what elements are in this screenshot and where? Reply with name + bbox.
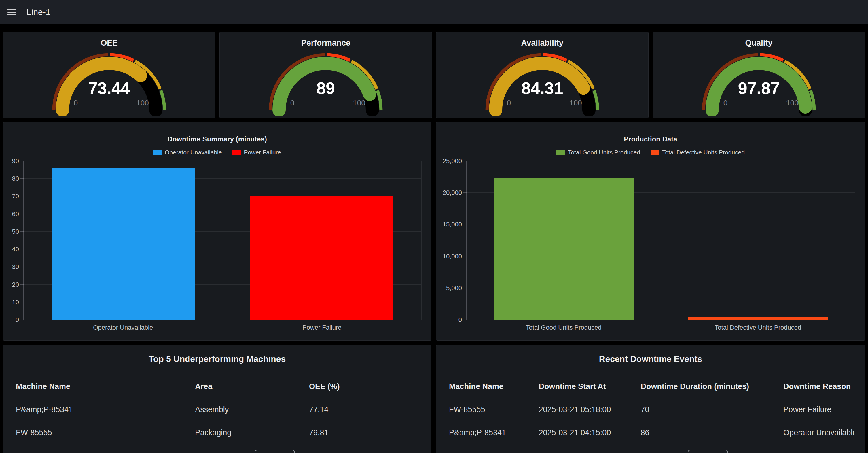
table-cell: 2025-03-21 05:18:00 [536,405,639,414]
column-header-downtime-duration-minutes[interactable]: Downtime Duration (minutes) [639,382,781,391]
y-tick-mark [20,302,24,302]
legend-item-operator-unavailable[interactable]: Operator Unavailable [153,149,222,156]
y-tick-label: 15,000 [443,221,462,228]
table-cell: 86 [639,428,781,437]
chart-title: Production Data [436,135,865,143]
panel-production-data: Production Data Total Good Units Produce… [436,122,865,341]
table-cell: P&amp;P-85341 [447,428,536,437]
bar-power-failure [250,196,393,320]
legend-swatch [232,150,241,155]
gauge: 84.31 0 100 [482,48,603,116]
legend-swatch [153,150,162,155]
gauge-value: 73.44 [88,79,130,98]
hamburger-menu-icon[interactable] [7,9,16,15]
bar-total-defective-units-produced [688,317,828,320]
sort-arrow-up-icon: ↑ [854,382,855,391]
column-header-downtime-start-at[interactable]: Downtime Start At [536,382,639,391]
y-tick-label: 30 [12,263,19,271]
panel-gauge-oee: OEE 73.44 0 100 [3,32,215,118]
table-row: P&amp;P-85341Assembly77.14 [13,398,421,421]
table-row: FW-85555Packaging79.81 [13,421,421,444]
gauge-title: Quality [653,38,865,48]
panel-gauge-quality: Quality 97.87 0 100 [653,32,865,118]
table-cell: 77.14 [307,405,421,414]
gauge-min-label: 0 [723,98,727,108]
table-cell: P&amp;P-85341 [13,405,193,414]
y-tick-label: 25,000 [443,157,462,165]
category-separator-gridline [223,161,223,325]
table-cell: FW-85555 [447,405,536,414]
table-row: P&amp;P-853412025-03-21 04:15:0086Operat… [447,421,855,444]
y-tick-mark [463,161,467,161]
legend-label: Total Good Units Produced [568,149,640,156]
table-cell: Assembly [193,405,307,414]
table: Machine NameAreaOEE (%)P&amp;P-85341Asse… [13,375,421,444]
y-tick-label: 40 [12,245,19,253]
y-tick-mark [463,224,467,224]
legend-swatch [556,150,565,155]
chart-plot-area: 05,00010,00015,00020,00025,000Total Good… [466,161,855,320]
panel-top5-underperforming-machines: Top 5 Underperforming Machines Machine N… [3,345,431,453]
table-cell: FW-85555 [13,428,193,437]
table-title: Recent Downtime Events [436,354,865,364]
column-header-oee[interactable]: OEE (%) [307,382,421,391]
y-tick-label: 5,000 [446,284,462,292]
gauge-title: Availability [436,38,648,48]
gauge-value: 84.31 [521,79,563,98]
panel-gauge-availability: Availability 84.31 0 100 [436,32,649,118]
y-tick-mark [20,320,24,320]
category-separator-gridline [661,161,661,325]
x-axis-label-power-failure: Power Failure [223,324,422,331]
gauge-min-label: 0 [290,98,294,108]
gauge-min-label: 0 [507,98,511,108]
column-header-downtime-reason[interactable]: Downtime Reason↑ [781,382,855,391]
gauge-value: 89 [316,79,335,98]
y-tick-label: 10,000 [443,253,462,260]
y-tick-mark [20,267,24,267]
chart-legend: Total Good Units ProducedTotal Defective… [436,149,865,156]
pagination-button[interactable] [255,450,295,453]
column-header-machine-name[interactable]: Machine Name [447,382,536,391]
chart-plot-area: 0102030405060708090Operator UnavailableP… [23,161,421,320]
y-tick-label: 80 [12,175,19,182]
legend-item-total-defective-units-produced[interactable]: Total Defective Units Produced [651,149,745,156]
gauge-max-label: 100 [786,98,798,108]
chart-title: Downtime Summary (minutes) [3,135,431,143]
table-cell: 2025-03-21 04:15:00 [536,428,639,437]
table-header-row: Machine NameDowntime Start AtDowntime Du… [447,375,855,398]
right-edge-gridline [421,161,422,320]
y-tick-mark [20,214,24,214]
table-cell: Packaging [193,428,307,437]
table-cell: 79.81 [307,428,421,437]
gauge-max-label: 100 [569,98,582,108]
table-title: Top 5 Underperforming Machines [3,354,431,364]
y-tick-label: 20 [12,281,19,289]
x-axis-label-total-good-units-produced: Total Good Units Produced [467,324,661,331]
table-cell: Power Failure [781,405,855,414]
y-tick-label: 90 [12,157,19,165]
y-tick-label: 70 [12,192,19,200]
bar-total-good-units-produced [494,178,633,320]
column-header-machine-name[interactable]: Machine Name [13,382,193,391]
chart-legend: Operator UnavailablePower Failure [3,149,431,156]
table-cell: 70 [639,405,781,414]
y-tick-label: 10 [12,299,19,306]
gauge-value: 97.87 [738,79,780,98]
table-row: FW-855552025-03-21 05:18:0070Power Failu… [447,398,855,421]
legend-item-power-failure[interactable]: Power Failure [232,149,281,156]
panel-downtime-summary: Downtime Summary (minutes) Operator Unav… [3,122,431,341]
y-tick-mark [20,161,24,161]
top-bar: Line-1 [0,0,868,24]
gauge-title: Performance [220,38,432,48]
legend-item-total-good-units-produced[interactable]: Total Good Units Produced [556,149,640,156]
column-header-area[interactable]: Area [193,382,307,391]
y-tick-mark [20,196,24,196]
gauge-min-label: 0 [74,98,78,108]
table: Machine NameDowntime Start AtDowntime Du… [447,375,855,444]
panel-recent-downtime-events: Recent Downtime Events Machine NameDownt… [436,345,865,453]
y-tick-label: 0 [459,316,462,324]
gauge: 89 0 100 [265,48,386,116]
y-tick-mark [20,284,24,285]
legend-swatch [651,150,659,155]
pagination-button[interactable] [688,450,728,453]
